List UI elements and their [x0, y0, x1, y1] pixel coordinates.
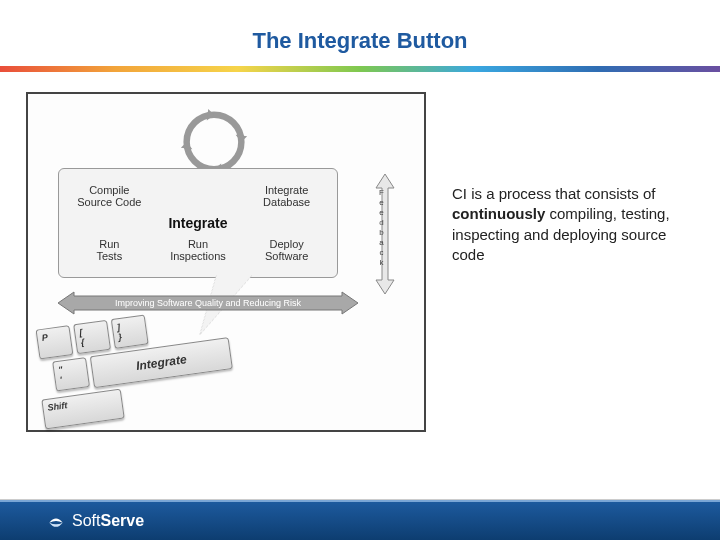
- desc-bold: continuously: [452, 205, 545, 222]
- slide-title: The Integrate Button: [0, 0, 720, 66]
- integrate-callout: Compile Source Code Integrate Database I…: [58, 168, 338, 278]
- key-p: P: [36, 325, 74, 359]
- desc-prefix: CI is a process that consists of: [452, 185, 655, 202]
- diagram-figure: Compile Source Code Integrate Database I…: [26, 92, 426, 432]
- step-compile: Compile Source Code: [77, 184, 141, 208]
- svg-marker-0: [236, 135, 248, 142]
- svg-marker-3: [207, 109, 214, 121]
- feedback-label: Feedback: [377, 188, 386, 268]
- softserve-logo-icon: [46, 511, 66, 531]
- key-bracket-right: ] }: [111, 314, 149, 348]
- content-area: Compile Source Code Integrate Database I…: [0, 72, 720, 432]
- keyboard-illustration: P [ { ] } " ' Integrate Shift: [30, 294, 303, 439]
- footer-bar: SoftServe: [0, 500, 720, 540]
- description-text: CI is a process that consists of continu…: [452, 92, 694, 432]
- step-integrate-db: Integrate Database: [263, 184, 310, 208]
- key-integrate: Integrate: [90, 337, 233, 388]
- integrate-heading: Integrate: [168, 215, 227, 231]
- key-bracket-left: [ {: [73, 320, 111, 354]
- key-shift: Shift: [41, 389, 124, 430]
- svg-marker-2: [181, 142, 193, 149]
- step-deploy: Deploy Software: [265, 238, 308, 262]
- step-run-inspections: Run Inspections: [170, 238, 226, 262]
- key-quote: " ': [52, 357, 90, 391]
- step-run-tests: Run Tests: [96, 238, 122, 262]
- softserve-logo-text: SoftServe: [72, 512, 144, 530]
